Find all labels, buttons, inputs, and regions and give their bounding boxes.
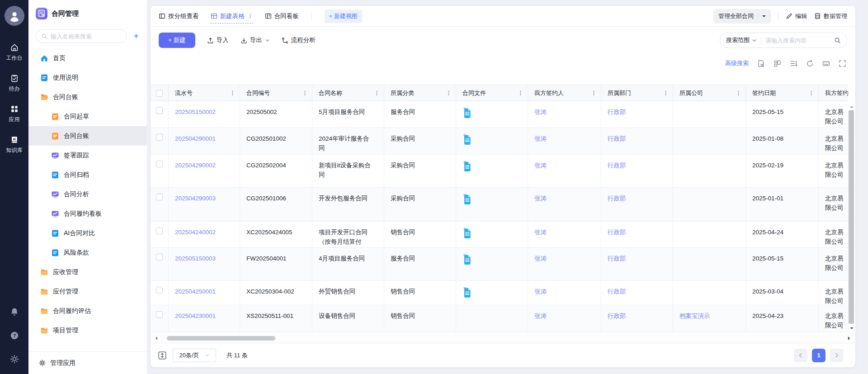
keyboard-icon[interactable] bbox=[822, 60, 830, 67]
horizontal-scroll-thumb[interactable] bbox=[167, 336, 275, 341]
table-row[interactable]: 202504290001CG2025010022024年审计服务合同采购合同张涛… bbox=[151, 128, 848, 155]
sidebar-item-应付管理[interactable]: 应付管理 bbox=[28, 282, 147, 301]
manage-apps-button[interactable]: 管理应用 bbox=[28, 351, 147, 374]
bell-icon[interactable] bbox=[9, 307, 19, 317]
rowSettings-icon[interactable] bbox=[790, 60, 797, 67]
imp-button[interactable]: 导入 bbox=[207, 36, 229, 44]
advanced-search-link[interactable]: 高级搜索 bbox=[725, 59, 749, 67]
page-size-select[interactable]: 20条/页 bbox=[173, 349, 216, 362]
vertical-scroll-thumb[interactable] bbox=[849, 110, 854, 324]
row-checkbox[interactable] bbox=[156, 311, 163, 318]
sidebar-item-合同台账[interactable]: 合同台账 bbox=[28, 87, 147, 107]
cell-link[interactable]: 张涛 bbox=[534, 229, 547, 236]
sidebar-item-应收管理[interactable]: 应收管理 bbox=[28, 262, 147, 282]
gear-icon[interactable] bbox=[9, 354, 19, 364]
column-menu-icon[interactable] bbox=[736, 90, 741, 96]
row-checkbox[interactable] bbox=[156, 107, 163, 114]
data-management-button[interactable]: 数据管理 bbox=[814, 12, 847, 20]
column-menu-icon[interactable] bbox=[518, 90, 524, 96]
table-row[interactable]: 202504250001XC20250304-002外贸销售合同销售合同张涛行政… bbox=[151, 281, 848, 305]
column-header-合同名称[interactable]: 合同名称 bbox=[312, 85, 384, 101]
cell-link[interactable]: 202504290003 bbox=[175, 195, 216, 202]
rail-item-book[interactable]: AI知识库 bbox=[6, 135, 23, 154]
horizontal-scrollbar[interactable] bbox=[151, 334, 855, 343]
search-icon[interactable] bbox=[834, 37, 841, 44]
table-row[interactable]: 202504290002CG202502004新项目it设备采购合同采购合同张涛… bbox=[151, 155, 848, 188]
table-row[interactable]: 202504240002XC20250424005项目开发开口合同（按每月结算付… bbox=[151, 222, 848, 248]
sidebar-item-合同分析[interactable]: 合同分析 bbox=[28, 185, 147, 204]
sidebar-item-使用说明[interactable]: 使用说明 bbox=[28, 68, 147, 87]
cell-link[interactable]: 202504240002 bbox=[175, 229, 216, 236]
cell-link[interactable]: 张涛 bbox=[534, 312, 547, 319]
cell-link[interactable]: 行政部 bbox=[608, 162, 626, 169]
sidebar-item-合同履约评估[interactable]: 合同履约评估 bbox=[28, 301, 147, 321]
column-header-合同编号[interactable]: 合同编号 bbox=[240, 85, 312, 101]
sidebar-item-首页[interactable]: 首页 bbox=[28, 48, 147, 68]
cell-link[interactable]: 张涛 bbox=[534, 288, 547, 295]
flow-button[interactable]: 流程分析 bbox=[282, 36, 316, 44]
row-checkbox[interactable] bbox=[156, 287, 163, 294]
next-page-button[interactable] bbox=[830, 349, 844, 362]
table-row[interactable]: 202504230001XS20250511-001设备销售合同销售合同张涛行政… bbox=[151, 305, 848, 332]
docScan-icon[interactable] bbox=[757, 60, 765, 67]
cell-link[interactable]: 202504290001 bbox=[175, 135, 216, 142]
cell-link[interactable]: 202504250001 bbox=[175, 288, 216, 295]
sidebar-item-合同起草[interactable]: 合同起草 bbox=[28, 107, 147, 126]
row-height-icon[interactable] bbox=[158, 351, 167, 360]
rail-item-apps[interactable]: 应用 bbox=[9, 104, 20, 123]
table-row[interactable]: 2025051500022025050025月项目服务合同服务合同张涛行政部20… bbox=[151, 101, 848, 128]
column-header-流水号[interactable]: 流水号 bbox=[169, 85, 240, 101]
column-menu-icon[interactable] bbox=[230, 90, 236, 96]
row-checkbox[interactable] bbox=[156, 254, 163, 260]
sidebar-item-项目管理[interactable]: 项目管理 bbox=[28, 321, 147, 340]
caret-down-icon[interactable] bbox=[762, 15, 766, 19]
sidebar-search[interactable] bbox=[36, 29, 127, 43]
cell-link[interactable]: 202504230001 bbox=[175, 312, 216, 319]
row-checkbox[interactable] bbox=[156, 194, 163, 200]
tab-more-icon[interactable] bbox=[247, 13, 253, 19]
rail-item-home[interactable]: 工作台 bbox=[6, 43, 23, 62]
contract-file-icon[interactable] bbox=[462, 161, 472, 172]
column-menu-icon[interactable] bbox=[663, 90, 669, 96]
refresh-icon[interactable] bbox=[806, 60, 814, 67]
boardView-icon[interactable] bbox=[774, 60, 781, 67]
cell-link[interactable]: 行政部 bbox=[608, 255, 626, 262]
add-button[interactable]: + bbox=[132, 32, 141, 41]
table-row[interactable]: 202505150003FW2025040014月项目服务合同服务合同张涛行政部… bbox=[151, 248, 848, 281]
scroll-left-arrow-icon[interactable] bbox=[154, 336, 157, 340]
contract-file-icon[interactable] bbox=[462, 134, 472, 145]
help-icon[interactable]: ? bbox=[9, 331, 19, 341]
table-row[interactable]: 202504290003CG202501006开发外包服务合同采购合同张涛行政部… bbox=[151, 188, 848, 222]
cell-link[interactable]: 行政部 bbox=[608, 135, 626, 142]
rail-item-clipboard[interactable]: 待办 bbox=[9, 74, 20, 93]
column-header-合同文件[interactable]: 合同文件 bbox=[456, 85, 528, 101]
scroll-down-arrow-icon[interactable] bbox=[850, 327, 854, 331]
sidebar-item-AI合同对比[interactable]: AI合同对比 bbox=[28, 223, 147, 243]
contract-file-icon[interactable] bbox=[462, 194, 472, 205]
sidebar-item-合同归档[interactable]: 合同归档 bbox=[28, 165, 147, 185]
prev-page-button[interactable] bbox=[794, 349, 807, 362]
sidebar-item-风险条款[interactable]: 风险条款 bbox=[28, 243, 147, 262]
row-checkbox[interactable] bbox=[156, 227, 163, 234]
select-all-checkbox[interactable] bbox=[156, 90, 163, 97]
cell-link[interactable]: 张涛 bbox=[534, 255, 547, 262]
column-header-我方签约主体[interactable]: 我方签约主体 bbox=[819, 85, 848, 101]
sidebar-item-签署跟踪[interactable]: 签署跟踪 bbox=[28, 146, 147, 165]
scroll-right-arrow-icon[interactable] bbox=[848, 336, 852, 340]
cell-link[interactable]: 张涛 bbox=[534, 195, 547, 202]
sidebar-item-合同台账[interactable]: 合同台账 bbox=[28, 126, 147, 146]
tab-合同看板[interactable]: 合同看板 bbox=[265, 6, 299, 26]
row-checkbox[interactable] bbox=[156, 134, 163, 141]
column-header-我方签约人[interactable]: 我方签约人 bbox=[528, 85, 601, 101]
cell-link[interactable]: 张涛 bbox=[534, 135, 547, 142]
row-checkbox[interactable] bbox=[156, 161, 163, 167]
exp-button[interactable]: 导出 bbox=[241, 36, 270, 44]
cell-link[interactable]: 张涛 bbox=[534, 162, 547, 169]
cell-link[interactable]: 202505150003 bbox=[175, 255, 216, 262]
new-view-button[interactable]: + 新建视图 bbox=[325, 9, 362, 23]
contract-file-icon[interactable] bbox=[462, 287, 472, 298]
contract-file-icon[interactable] bbox=[462, 227, 472, 239]
column-menu-icon[interactable] bbox=[374, 90, 380, 96]
column-header-所属部门[interactable]: 所属部门 bbox=[601, 85, 673, 101]
column-header-所属公司[interactable]: 所属公司 bbox=[673, 85, 746, 101]
